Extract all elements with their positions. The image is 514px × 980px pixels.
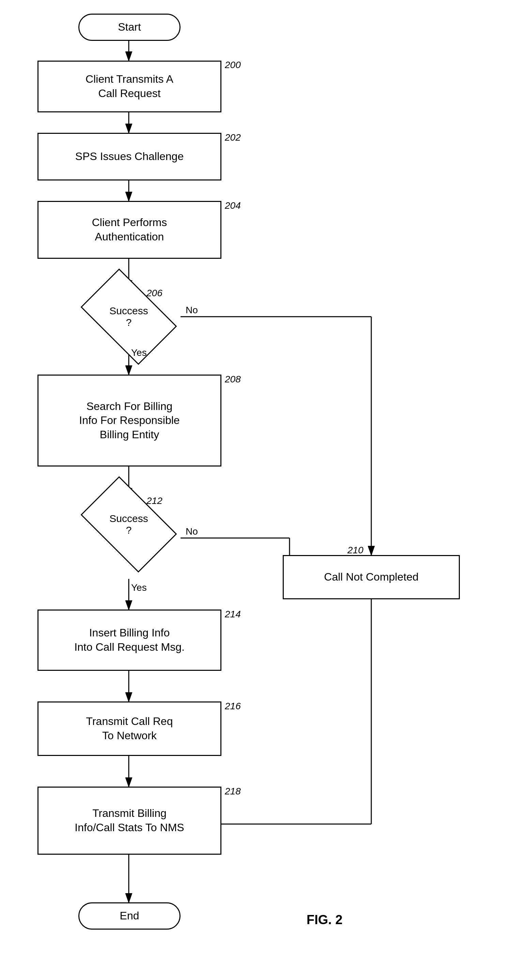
step-204-node: Client Performs Authentication xyxy=(37,201,221,259)
label-200: 200 xyxy=(225,60,241,70)
label-206: 206 xyxy=(146,288,162,299)
figure-label: FIG. 2 xyxy=(307,913,343,927)
step-218-node: Transmit Billing Info/Call Stats To NMS xyxy=(37,787,221,855)
label-208: 208 xyxy=(225,374,241,385)
label-216: 216 xyxy=(225,701,241,712)
arrow-label-no-206: No xyxy=(186,305,198,316)
arrow-label-yes-206: Yes xyxy=(131,347,147,358)
end-node: End xyxy=(78,902,181,930)
step-208-node: Search For Billing Info For Responsible … xyxy=(37,375,221,466)
label-210: 210 xyxy=(347,545,363,556)
label-218: 218 xyxy=(225,786,241,797)
step-214-node: Insert Billing Info Into Call Request Ms… xyxy=(37,609,221,671)
arrow-label-no-212: No xyxy=(186,526,198,537)
step-216-node: Transmit Call Req To Network xyxy=(37,702,221,756)
label-204: 204 xyxy=(225,200,241,211)
step-202-node: SPS Issues Challenge xyxy=(37,133,221,180)
start-node: Start xyxy=(78,14,181,41)
step-200-node: Client Transmits A Call Request xyxy=(37,60,221,112)
label-212: 212 xyxy=(146,495,162,506)
step-210-node: Call Not Completed xyxy=(283,555,460,599)
label-202: 202 xyxy=(225,132,241,143)
flowchart-diagram: Start Client Transmits A Call Request 20… xyxy=(0,0,514,980)
label-214: 214 xyxy=(225,609,241,620)
arrow-label-yes-212: Yes xyxy=(131,582,147,593)
